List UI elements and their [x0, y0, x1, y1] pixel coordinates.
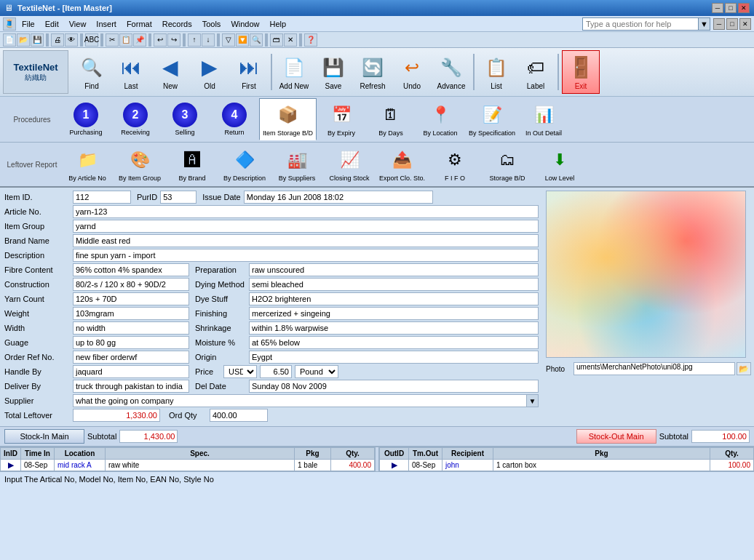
ord-qty-input[interactable] — [210, 409, 268, 422]
tab-storage-bd[interactable]: 🗂 Storage B/D — [481, 144, 533, 185]
preparation-input[interactable] — [249, 263, 539, 276]
tb-close-db-icon[interactable]: ✕ — [284, 33, 297, 47]
price-value-input[interactable] — [260, 365, 292, 378]
dying-method-input[interactable] — [249, 278, 539, 291]
tb-db-icon[interactable]: 🗃 — [270, 33, 283, 47]
total-leftover-input[interactable] — [73, 409, 160, 422]
pur-id-input[interactable] — [160, 191, 197, 204]
origin-input[interactable] — [249, 351, 539, 364]
stock-in-main-btn[interactable]: Stock-In Main — [4, 429, 84, 444]
tab-by-specification[interactable]: 📝 By Specification — [465, 98, 519, 140]
yarn-count-input[interactable] — [73, 292, 189, 305]
article-no-input[interactable] — [73, 205, 539, 218]
order-ref-input[interactable] — [73, 351, 189, 364]
finishing-input[interactable] — [249, 307, 539, 320]
description-input[interactable] — [73, 249, 539, 262]
menu-format[interactable]: Format — [122, 18, 156, 30]
tab-by-days[interactable]: 🗓 By Days — [366, 98, 416, 140]
tab-low-level[interactable]: ⬇ Low Level — [533, 144, 586, 185]
supplier-input[interactable] — [73, 394, 527, 407]
tb-save-icon[interactable]: 💾 — [31, 33, 44, 47]
close-btn[interactable]: ✕ — [738, 3, 750, 13]
fibre-content-input[interactable] — [73, 263, 189, 276]
menu-records[interactable]: Records — [158, 18, 197, 30]
last-button[interactable]: ⏮ Last — [112, 50, 150, 94]
list-button[interactable]: 📋 List — [477, 50, 515, 94]
tb-find-icon[interactable]: 🔍 — [250, 33, 263, 47]
tb-sort-asc-icon[interactable]: ↑ — [188, 33, 201, 47]
issue-date-input[interactable] — [244, 191, 433, 204]
refresh-button[interactable]: 🔄 Refresh — [354, 50, 392, 94]
prev-button[interactable]: ◀ New — [151, 50, 189, 94]
tb-undo-icon[interactable]: ↩ — [154, 33, 167, 47]
tab-by-item-group[interactable]: 🎨 By Item Group — [114, 144, 166, 185]
tab-in-out-detail[interactable]: 📊 In Out Detail — [519, 98, 568, 140]
tab-purchasing[interactable]: 1 Purchasing — [61, 98, 111, 140]
deliver-by-input[interactable] — [73, 380, 189, 393]
menu-insert[interactable]: Insert — [92, 18, 121, 30]
help-dropdown-btn[interactable]: ▼ — [699, 17, 710, 31]
stock-out-main-btn[interactable]: Stock-Out Main — [576, 429, 656, 444]
add-new-button[interactable]: 📄 Add New — [275, 50, 313, 94]
price-currency-select[interactable]: USD — [223, 365, 257, 378]
help-input[interactable] — [582, 17, 699, 31]
label-button[interactable]: 🏷 Label — [517, 50, 555, 94]
sub-minimize[interactable]: ─ — [713, 18, 725, 30]
tab-by-brand[interactable]: 🅰 By Brand — [166, 144, 218, 185]
minimize-btn[interactable]: ─ — [712, 3, 723, 13]
tab-return[interactable]: 4 Return — [210, 98, 259, 140]
subtotal-in-value[interactable] — [119, 430, 178, 443]
tb-preview-icon[interactable]: 👁 — [65, 33, 78, 47]
tab-receiving[interactable]: 2 Receiving — [111, 98, 160, 140]
guage-input[interactable] — [73, 336, 189, 349]
tab-item-storage-bd[interactable]: 📦 Item Storage B/D — [259, 98, 317, 140]
stock-in-row[interactable]: ▶ 08-Sep mid rack A raw white 1 bale 400… — [1, 460, 375, 471]
width-input[interactable] — [73, 321, 189, 335]
tb-filter2-icon[interactable]: 🔽 — [236, 33, 249, 47]
tb-redo-icon[interactable]: ↪ — [167, 33, 180, 47]
stock-out-row[interactable]: ▶ 08-Sep john 1 carton box 100.00 — [380, 460, 754, 471]
maximize-btn[interactable]: □ — [725, 3, 737, 13]
tb-sort-desc-icon[interactable]: ↓ — [202, 33, 215, 47]
weight-input[interactable] — [73, 307, 189, 320]
tab-by-location[interactable]: 📍 By Location — [416, 98, 465, 140]
menu-window[interactable]: Window — [226, 18, 263, 30]
tab-by-article-no[interactable]: 📁 By Article No — [61, 144, 114, 185]
tab-by-expiry[interactable]: 📅 By Expiry — [317, 98, 366, 140]
tb-cut-icon[interactable]: ✂ — [106, 33, 119, 47]
first-button[interactable]: ⏭ First — [230, 50, 268, 94]
tb-new-icon[interactable]: 📄 — [3, 33, 16, 47]
menu-help[interactable]: Help — [266, 18, 291, 30]
tab-closing-stock[interactable]: 📈 Closing Stock — [323, 144, 376, 185]
price-unit-select[interactable]: Pound — [295, 365, 338, 378]
menu-tools[interactable]: Tools — [198, 18, 226, 30]
handle-by-input[interactable] — [73, 365, 189, 378]
construction-input[interactable] — [73, 278, 189, 291]
dye-stuff-input[interactable] — [249, 292, 539, 305]
menu-edit[interactable]: Edit — [41, 18, 63, 30]
tb-print-icon[interactable]: 🖨 — [51, 33, 64, 47]
subtotal-out-value[interactable] — [691, 430, 750, 443]
shrinkage-input[interactable] — [249, 321, 539, 335]
tab-fifo[interactable]: ⚙ F I F O — [429, 144, 481, 185]
find-button[interactable]: 🔍 Find — [73, 50, 111, 94]
item-group-input[interactable] — [73, 220, 539, 233]
tb-filter-icon[interactable]: ▽ — [222, 33, 235, 47]
tb-copy-icon[interactable]: 📋 — [119, 33, 132, 47]
undo-button[interactable]: ↩ Undo — [393, 50, 431, 94]
item-id-input[interactable] — [73, 191, 131, 204]
tab-export-clo-sto[interactable]: 📤 Export Clo. Sto. — [376, 144, 429, 185]
menu-view[interactable]: View — [65, 18, 91, 30]
supplier-dropdown-btn[interactable]: ▼ — [527, 394, 539, 407]
tb-help-icon[interactable]: ❓ — [304, 33, 317, 47]
sub-restore[interactable]: □ — [726, 18, 738, 30]
exit-button[interactable]: 🚪 Exit — [562, 50, 600, 94]
save-button[interactable]: 💾 Save — [314, 50, 352, 94]
del-date-input[interactable] — [249, 380, 539, 393]
brand-name-input[interactable] — [73, 234, 539, 247]
photo-browse-btn[interactable]: 📂 — [737, 362, 751, 375]
tab-by-description[interactable]: 🔷 By Description — [218, 144, 271, 185]
tab-selling[interactable]: 3 Selling — [160, 98, 210, 140]
tb-open-icon[interactable]: 📂 — [17, 33, 30, 47]
sub-close[interactable]: ✕ — [739, 18, 751, 30]
